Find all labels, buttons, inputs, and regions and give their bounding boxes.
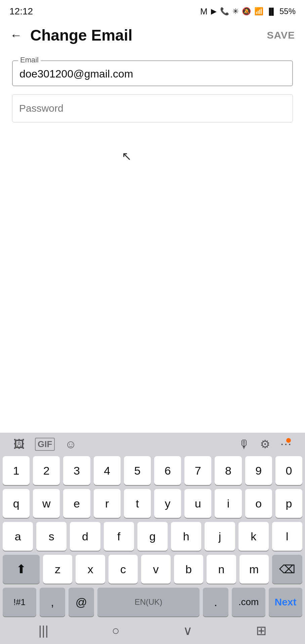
comma-key[interactable]: , <box>40 588 65 616</box>
key-2[interactable]: 2 <box>33 456 60 485</box>
key-h[interactable]: h <box>171 522 201 551</box>
key-e[interactable]: e <box>63 489 90 518</box>
key-q[interactable]: q <box>3 489 30 518</box>
save-button[interactable]: SAVE <box>267 30 295 41</box>
key-n[interactable]: n <box>207 555 236 584</box>
key-b[interactable]: b <box>174 555 203 584</box>
nav-back[interactable]: ||| <box>38 624 48 638</box>
form-area: Email <box>0 50 305 122</box>
status-bar: 12:12 M ▶ 📞 ✳ 🔕 📶 ▐▌ 55% <box>0 0 305 20</box>
key-g[interactable]: g <box>137 522 168 551</box>
key-x[interactable]: x <box>76 555 105 584</box>
mute-icon: 🔕 <box>242 7 251 16</box>
back-button[interactable]: ← <box>10 28 22 42</box>
key-7[interactable]: 7 <box>184 456 211 485</box>
key-a[interactable]: a <box>3 522 33 551</box>
asdf-row: a s d f g h j k l <box>0 520 305 553</box>
number-row: 1 2 3 4 5 6 7 8 9 0 <box>0 454 305 487</box>
email-field-wrapper: Email <box>12 60 293 86</box>
key-r[interactable]: r <box>94 489 121 518</box>
space-key[interactable]: EN(UK) <box>97 588 200 616</box>
nav-home[interactable]: ○ <box>112 624 120 638</box>
emoji-icon[interactable]: ☺ <box>65 438 77 451</box>
app-bar-left: ← Change Email <box>10 26 132 44</box>
key-p[interactable]: p <box>275 489 302 518</box>
key-0[interactable]: 0 <box>275 456 302 485</box>
backspace-icon: ⌫ <box>279 562 295 576</box>
video-icon: ▶ <box>211 7 217 16</box>
period-key[interactable]: . <box>203 588 228 616</box>
key-z[interactable]: z <box>43 555 72 584</box>
key-s[interactable]: s <box>36 522 67 551</box>
key-y[interactable]: y <box>154 489 181 518</box>
mic-icon[interactable]: 🎙 <box>238 438 250 451</box>
phone-icon: 📞 <box>220 7 229 16</box>
key-u[interactable]: u <box>184 489 211 518</box>
key-k[interactable]: k <box>238 522 269 551</box>
key-d[interactable]: d <box>70 522 100 551</box>
status-time: 12:12 <box>9 6 33 17</box>
key-c[interactable]: c <box>108 555 138 584</box>
content-area: ↖ <box>0 122 305 210</box>
bluetooth-icon: ✳ <box>232 7 238 16</box>
key-w[interactable]: w <box>33 489 60 518</box>
nav-bar: ||| ○ ∨ ⊞ <box>0 619 305 644</box>
page-title: Change Email <box>30 26 132 44</box>
status-icons: M ▶ 📞 ✳ 🔕 📶 ▐▌ 55% <box>200 6 296 17</box>
more-options-wrapper: ⋯ <box>280 437 292 451</box>
key-1[interactable]: 1 <box>3 456 30 485</box>
qwerty-row: q w e r t y u i o p <box>0 487 305 520</box>
bottom-row: !#1 , @ EN(UK) . .com Next <box>0 586 305 619</box>
at-key[interactable]: @ <box>69 588 94 616</box>
password-field-wrapper <box>12 94 293 122</box>
notification-dot <box>286 438 291 443</box>
nav-keyboard[interactable]: ⊞ <box>256 623 267 638</box>
next-key[interactable]: Next <box>269 588 302 616</box>
key-v[interactable]: v <box>141 555 170 584</box>
battery-indicator: 55% <box>279 7 296 16</box>
signal-icon: ▐▌ <box>267 8 276 15</box>
settings-icon[interactable]: ⚙ <box>260 437 270 451</box>
email-input[interactable] <box>19 65 286 80</box>
key-l[interactable]: l <box>272 522 302 551</box>
backspace-key[interactable]: ⌫ <box>272 555 302 584</box>
password-input[interactable] <box>19 103 286 114</box>
app-bar: ← Change Email SAVE <box>0 20 305 50</box>
key-j[interactable]: j <box>205 522 235 551</box>
key-3[interactable]: 3 <box>63 456 90 485</box>
email-label: Email <box>18 56 41 64</box>
zxcv-row: ⬆ z x c v b n m ⌫ <box>0 553 305 586</box>
sticker-icon[interactable]: 🖼 <box>13 438 25 451</box>
key-t[interactable]: t <box>124 489 151 518</box>
special-chars-key[interactable]: !#1 <box>3 588 36 616</box>
key-5[interactable]: 5 <box>124 456 151 485</box>
gif-icon[interactable]: GIF <box>35 438 55 451</box>
shift-key[interactable]: ⬆ <box>3 555 40 584</box>
key-8[interactable]: 8 <box>215 456 242 485</box>
dotcom-key[interactable]: .com <box>232 588 265 616</box>
keyboard-toolbar: 🖼 GIF ☺ 🎙 ⚙ ⋯ <box>0 433 305 454</box>
shift-icon: ⬆ <box>16 562 26 576</box>
gmail-icon: M <box>200 6 208 17</box>
keyboard: 🖼 GIF ☺ 🎙 ⚙ ⋯ 1 2 3 4 5 6 7 8 9 0 q w e … <box>0 433 305 644</box>
key-4[interactable]: 4 <box>94 456 121 485</box>
key-i[interactable]: i <box>215 489 242 518</box>
key-f[interactable]: f <box>104 522 134 551</box>
nav-recents[interactable]: ∨ <box>183 623 192 638</box>
key-o[interactable]: o <box>245 489 272 518</box>
key-6[interactable]: 6 <box>154 456 181 485</box>
wifi-icon: 📶 <box>254 7 263 16</box>
key-9[interactable]: 9 <box>245 456 272 485</box>
key-m[interactable]: m <box>239 555 269 584</box>
